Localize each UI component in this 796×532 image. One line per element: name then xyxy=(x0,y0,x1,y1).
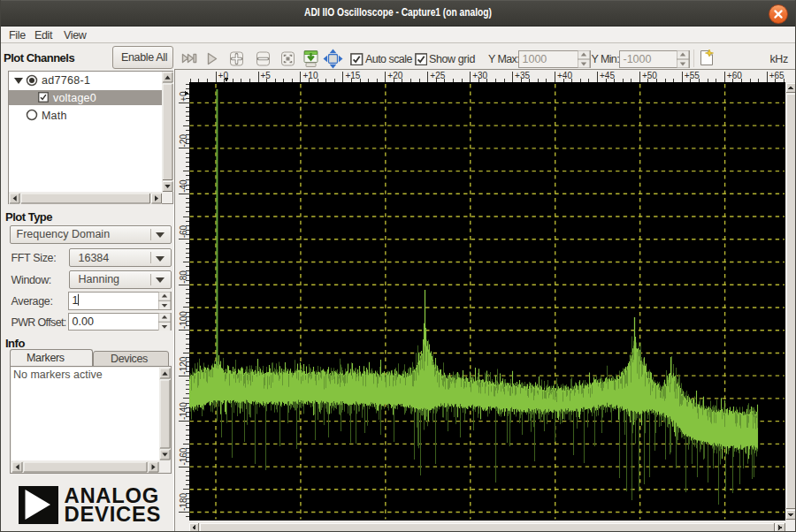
svg-text:-80: -80 xyxy=(179,270,188,284)
svg-text:-40: -40 xyxy=(179,179,188,193)
svg-text:-100: -100 xyxy=(179,311,188,329)
svg-text:+5: +5 xyxy=(261,71,272,80)
svg-text:-120: -120 xyxy=(179,356,188,374)
svg-text:-20: -20 xyxy=(179,134,188,148)
svg-text:+20: +20 xyxy=(387,71,402,80)
svg-text:+55: +55 xyxy=(685,71,700,80)
svg-text:-140: -140 xyxy=(179,402,188,420)
svg-text:+45: +45 xyxy=(600,71,615,80)
svg-text:-180: -180 xyxy=(179,493,188,511)
svg-text:+60: +60 xyxy=(727,71,742,80)
svg-text:+25: +25 xyxy=(430,71,445,80)
svg-text:-60: -60 xyxy=(179,224,188,238)
svg-text:+65: +65 xyxy=(769,71,785,80)
svg-text:+30: +30 xyxy=(472,71,487,80)
svg-text:+50: +50 xyxy=(642,71,657,80)
svg-text:+15: +15 xyxy=(345,71,360,80)
svg-text:-160: -160 xyxy=(179,447,188,465)
svg-text:+40: +40 xyxy=(557,71,572,80)
svg-text:+35: +35 xyxy=(515,71,530,80)
svg-text:+10: +10 xyxy=(303,71,318,80)
